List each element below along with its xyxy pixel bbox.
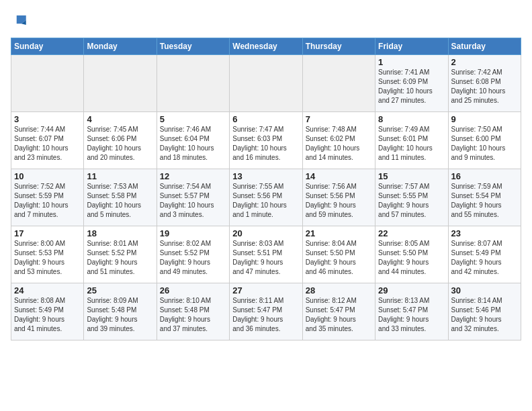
calendar-cell: 20Sunrise: 8:03 AM Sunset: 5:51 PM Dayli… <box>230 226 302 283</box>
calendar-cell: 1Sunrise: 7:41 AM Sunset: 6:09 PM Daylig… <box>375 55 448 112</box>
day-number: 20 <box>232 228 299 238</box>
logo <box>11 11 32 30</box>
calendar-cell: 30Sunrise: 8:14 AM Sunset: 5:46 PM Dayli… <box>448 283 521 340</box>
col-header-friday: Friday <box>375 38 448 55</box>
col-header-wednesday: Wednesday <box>230 38 302 55</box>
day-number: 24 <box>14 285 81 295</box>
day-info: Sunrise: 8:04 AM Sunset: 5:50 PM Dayligh… <box>306 239 372 277</box>
calendar-cell: 17Sunrise: 8:00 AM Sunset: 5:53 PM Dayli… <box>11 226 84 283</box>
day-info: Sunrise: 7:52 AM Sunset: 5:59 PM Dayligh… <box>14 182 81 220</box>
calendar-week-1: 1Sunrise: 7:41 AM Sunset: 6:09 PM Daylig… <box>11 55 521 112</box>
calendar-cell: 22Sunrise: 8:05 AM Sunset: 5:50 PM Dayli… <box>375 226 448 283</box>
day-info: Sunrise: 8:00 AM Sunset: 5:53 PM Dayligh… <box>14 239 81 277</box>
calendar-header: SundayMondayTuesdayWednesdayThursdayFrid… <box>11 38 521 55</box>
calendar-week-2: 3Sunrise: 7:44 AM Sunset: 6:07 PM Daylig… <box>11 112 521 169</box>
day-number: 1 <box>378 57 445 67</box>
day-number: 11 <box>87 171 153 181</box>
day-number: 27 <box>232 285 299 295</box>
day-info: Sunrise: 7:44 AM Sunset: 6:07 PM Dayligh… <box>14 125 81 163</box>
day-info: Sunrise: 8:02 AM Sunset: 5:52 PM Dayligh… <box>160 239 226 277</box>
calendar-table: SundayMondayTuesdayWednesdayThursdayFrid… <box>11 38 521 340</box>
day-number: 18 <box>87 228 153 238</box>
calendar-cell: 16Sunrise: 7:59 AM Sunset: 5:54 PM Dayli… <box>448 169 521 226</box>
day-info: Sunrise: 8:09 AM Sunset: 5:48 PM Dayligh… <box>87 296 153 334</box>
calendar-cell: 6Sunrise: 7:47 AM Sunset: 6:03 PM Daylig… <box>230 112 302 169</box>
day-number: 22 <box>378 228 445 238</box>
day-info: Sunrise: 7:48 AM Sunset: 6:02 PM Dayligh… <box>306 125 372 163</box>
day-number: 28 <box>306 285 372 295</box>
day-number: 10 <box>14 171 81 181</box>
day-info: Sunrise: 7:42 AM Sunset: 6:08 PM Dayligh… <box>451 68 518 105</box>
calendar-cell <box>302 55 375 112</box>
calendar-cell: 18Sunrise: 8:01 AM Sunset: 5:52 PM Dayli… <box>84 226 157 283</box>
calendar-cell <box>230 55 302 112</box>
day-number: 3 <box>14 114 81 124</box>
day-number: 9 <box>451 114 518 124</box>
calendar-cell: 3Sunrise: 7:44 AM Sunset: 6:07 PM Daylig… <box>11 112 84 169</box>
calendar-cell <box>84 55 157 112</box>
day-info: Sunrise: 7:46 AM Sunset: 6:04 PM Dayligh… <box>160 125 226 163</box>
day-number: 8 <box>378 114 445 124</box>
calendar-cell: 27Sunrise: 8:11 AM Sunset: 5:47 PM Dayli… <box>230 283 302 340</box>
day-number: 5 <box>160 114 226 124</box>
calendar-cell: 2Sunrise: 7:42 AM Sunset: 6:08 PM Daylig… <box>448 55 521 112</box>
day-info: Sunrise: 7:55 AM Sunset: 5:56 PM Dayligh… <box>232 182 299 220</box>
page: SundayMondayTuesdayWednesdayThursdayFrid… <box>0 0 532 347</box>
day-info: Sunrise: 8:10 AM Sunset: 5:48 PM Dayligh… <box>160 296 226 334</box>
calendar-cell: 25Sunrise: 8:09 AM Sunset: 5:48 PM Dayli… <box>84 283 157 340</box>
day-info: Sunrise: 8:11 AM Sunset: 5:47 PM Dayligh… <box>232 296 299 334</box>
day-info: Sunrise: 7:53 AM Sunset: 5:58 PM Dayligh… <box>87 182 153 220</box>
day-number: 4 <box>87 114 153 124</box>
day-info: Sunrise: 8:14 AM Sunset: 5:46 PM Dayligh… <box>451 296 518 334</box>
day-info: Sunrise: 7:47 AM Sunset: 6:03 PM Dayligh… <box>232 125 299 163</box>
calendar-cell: 21Sunrise: 8:04 AM Sunset: 5:50 PM Dayli… <box>302 226 375 283</box>
day-number: 17 <box>14 228 81 238</box>
day-number: 29 <box>378 285 445 295</box>
calendar-cell: 8Sunrise: 7:49 AM Sunset: 6:01 PM Daylig… <box>375 112 448 169</box>
calendar-body: 1Sunrise: 7:41 AM Sunset: 6:09 PM Daylig… <box>11 55 521 340</box>
day-info: Sunrise: 7:57 AM Sunset: 5:55 PM Dayligh… <box>378 182 445 220</box>
day-info: Sunrise: 8:13 AM Sunset: 5:47 PM Dayligh… <box>378 296 445 334</box>
day-info: Sunrise: 7:41 AM Sunset: 6:09 PM Dayligh… <box>378 68 445 105</box>
calendar-week-5: 24Sunrise: 8:08 AM Sunset: 5:49 PM Dayli… <box>11 283 521 340</box>
calendar-cell: 28Sunrise: 8:12 AM Sunset: 5:47 PM Dayli… <box>302 283 375 340</box>
col-header-thursday: Thursday <box>302 38 375 55</box>
day-info: Sunrise: 7:50 AM Sunset: 6:00 PM Dayligh… <box>451 125 518 163</box>
calendar-week-4: 17Sunrise: 8:00 AM Sunset: 5:53 PM Dayli… <box>11 226 521 283</box>
col-header-sunday: Sunday <box>11 38 84 55</box>
calendar-week-3: 10Sunrise: 7:52 AM Sunset: 5:59 PM Dayli… <box>11 169 521 226</box>
day-number: 6 <box>232 114 299 124</box>
calendar-cell: 4Sunrise: 7:45 AM Sunset: 6:06 PM Daylig… <box>84 112 157 169</box>
calendar-cell: 9Sunrise: 7:50 AM Sunset: 6:00 PM Daylig… <box>448 112 521 169</box>
logo-icon <box>11 11 30 30</box>
col-header-monday: Monday <box>84 38 157 55</box>
col-header-tuesday: Tuesday <box>157 38 229 55</box>
calendar-cell: 19Sunrise: 8:02 AM Sunset: 5:52 PM Dayli… <box>157 226 229 283</box>
day-info: Sunrise: 8:01 AM Sunset: 5:52 PM Dayligh… <box>87 239 153 277</box>
calendar-cell: 12Sunrise: 7:54 AM Sunset: 5:57 PM Dayli… <box>157 169 229 226</box>
col-header-saturday: Saturday <box>448 38 521 55</box>
calendar-cell: 14Sunrise: 7:56 AM Sunset: 5:56 PM Dayli… <box>302 169 375 226</box>
day-number: 23 <box>451 228 518 238</box>
calendar-cell: 23Sunrise: 8:07 AM Sunset: 5:49 PM Dayli… <box>448 226 521 283</box>
day-number: 12 <box>160 171 226 181</box>
day-number: 26 <box>160 285 226 295</box>
day-info: Sunrise: 8:07 AM Sunset: 5:49 PM Dayligh… <box>451 239 518 277</box>
day-info: Sunrise: 7:56 AM Sunset: 5:56 PM Dayligh… <box>306 182 372 220</box>
calendar-cell: 15Sunrise: 7:57 AM Sunset: 5:55 PM Dayli… <box>375 169 448 226</box>
calendar-cell: 10Sunrise: 7:52 AM Sunset: 5:59 PM Dayli… <box>11 169 84 226</box>
calendar-cell: 5Sunrise: 7:46 AM Sunset: 6:04 PM Daylig… <box>157 112 229 169</box>
header-row: SundayMondayTuesdayWednesdayThursdayFrid… <box>11 38 521 55</box>
calendar-cell: 11Sunrise: 7:53 AM Sunset: 5:58 PM Dayli… <box>84 169 157 226</box>
calendar-cell <box>157 55 229 112</box>
day-info: Sunrise: 8:03 AM Sunset: 5:51 PM Dayligh… <box>232 239 299 277</box>
day-info: Sunrise: 7:45 AM Sunset: 6:06 PM Dayligh… <box>87 125 153 163</box>
calendar-cell: 13Sunrise: 7:55 AM Sunset: 5:56 PM Dayli… <box>230 169 302 226</box>
day-info: Sunrise: 8:12 AM Sunset: 5:47 PM Dayligh… <box>306 296 372 334</box>
day-number: 2 <box>451 57 518 67</box>
day-info: Sunrise: 7:49 AM Sunset: 6:01 PM Dayligh… <box>378 125 445 163</box>
day-number: 25 <box>87 285 153 295</box>
calendar-cell: 26Sunrise: 8:10 AM Sunset: 5:48 PM Dayli… <box>157 283 229 340</box>
day-number: 30 <box>451 285 518 295</box>
day-number: 16 <box>451 171 518 181</box>
